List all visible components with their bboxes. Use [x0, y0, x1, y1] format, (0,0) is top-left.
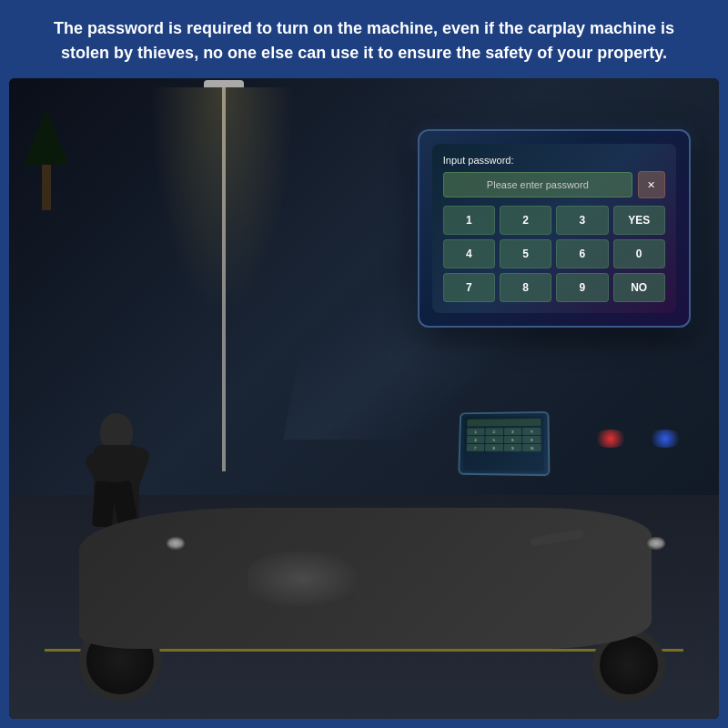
numpad-btn-0[interactable]: 0 — [613, 239, 665, 268]
numpad-btn-9[interactable]: 9 — [556, 273, 608, 302]
numpad-btn-yes[interactable]: YES — [613, 206, 665, 235]
input-label: Input password: — [443, 155, 665, 166]
numpad-btn-6[interactable]: 6 — [556, 239, 608, 268]
numpad-btn-2[interactable]: 2 — [500, 206, 551, 235]
header-description: The password is required to turn on the … — [0, 0, 728, 78]
numpad-btn-4[interactable]: 4 — [443, 239, 495, 268]
moto-btn-6: 6 — [503, 436, 521, 443]
password-input-row: Please enter password ✕ — [443, 171, 665, 198]
tree-trunk — [42, 165, 51, 210]
numpad-grid: 1 2 3 YES 4 5 6 0 7 8 9 NO — [443, 206, 665, 302]
header-text: The password is required to turn on the … — [54, 19, 674, 62]
password-input-field[interactable]: Please enter password — [443, 172, 632, 197]
moto-screen-mini: 1 2 3 Y 4 5 6 0 7 8 9 N — [463, 416, 544, 471]
moto-btn-2: 2 — [485, 429, 502, 436]
tree-decoration — [24, 110, 69, 210]
page-container: The password is required to turn on the … — [0, 0, 728, 728]
numpad-btn-3[interactable]: 3 — [556, 206, 608, 235]
password-screen-popup: Input password: Please enter password ✕ … — [418, 129, 691, 328]
motorcycle-mirror-right — [647, 537, 665, 550]
moto-btn-1: 1 — [467, 429, 484, 436]
moto-btn-8: 8 — [485, 444, 503, 451]
moto-btn-5: 5 — [485, 437, 503, 444]
numpad-btn-5[interactable]: 5 — [500, 239, 551, 268]
tree-top — [24, 110, 69, 165]
moto-btn-yes: Y — [522, 428, 541, 435]
screen-content: Input password: Please enter password ✕ … — [432, 144, 676, 313]
numpad-btn-7[interactable]: 7 — [443, 273, 495, 302]
delete-button[interactable]: ✕ — [638, 171, 665, 198]
moto-btn-4: 4 — [467, 437, 484, 444]
motorcycle-body — [79, 508, 652, 649]
moto-btn-3: 3 — [503, 429, 521, 436]
numpad-btn-8[interactable]: 8 — [500, 273, 551, 302]
numpad-btn-1[interactable]: 1 — [443, 206, 495, 235]
moto-btn-0: 0 — [522, 436, 541, 443]
moto-btn-9: 9 — [503, 444, 521, 451]
motorcycle-tank — [248, 551, 357, 606]
moto-input-mini — [467, 419, 541, 427]
numpad-btn-no[interactable]: NO — [613, 273, 665, 302]
moto-btn-7: 7 — [466, 444, 483, 451]
moto-btn-no: N — [522, 444, 541, 451]
moto-numpad-mini: 1 2 3 Y 4 5 6 0 7 8 9 N — [466, 428, 541, 451]
motorcycle — [46, 367, 719, 719]
screen-bezel: Input password: Please enter password ✕ … — [432, 144, 676, 313]
main-scene: 1 2 3 Y 4 5 6 0 7 8 9 N — [9, 78, 719, 719]
motorcycle-mounted-screen: 1 2 3 Y 4 5 6 0 7 8 9 N — [458, 411, 550, 476]
